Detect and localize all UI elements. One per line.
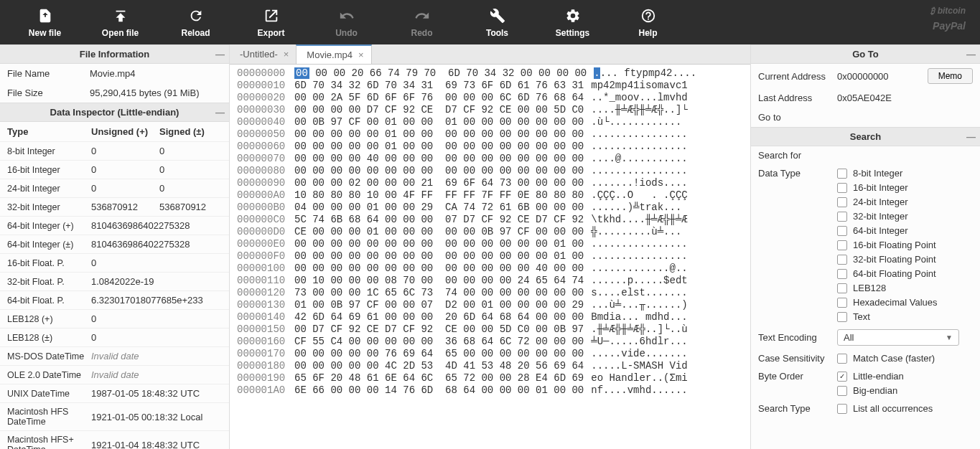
paypal-link[interactable]: PayPal: [933, 20, 966, 32]
hex-row[interactable]: 000000B004 00 00 00 01 00 00 29 CA 74 72…: [230, 202, 750, 214]
left-panel: File Information — File Name Movie.mp4 F…: [0, 44, 230, 449]
hex-row[interactable]: 000001A06E 66 00 00 00 14 76 6D 68 64 00…: [230, 384, 750, 397]
text-encoding-select[interactable]: All ▼: [837, 329, 959, 346]
hex-row[interactable]: 0000014042 6D 64 69 61 00 00 00 20 6D 64…: [230, 311, 750, 323]
collapse-icon[interactable]: —: [215, 49, 225, 60]
data-type-label: Data Type: [758, 168, 837, 179]
close-icon[interactable]: ×: [358, 49, 364, 60]
hex-row[interactable]: 0000010000 00 00 00 00 00 00 00 00 00 00…: [230, 263, 750, 275]
checkbox[interactable]: [837, 255, 847, 265]
goto-label: Go to: [758, 112, 837, 123]
di-row: 64-bit Integer (±)8104636986402275328: [0, 235, 229, 253]
settings-icon: [565, 6, 581, 25]
hex-view[interactable]: 0000000000 00 00 20 66 74 79 70 6D 70 34…: [230, 65, 750, 449]
di-row: 24-bit Integer00: [0, 179, 229, 197]
tab-bar: -Untitled- × Movie.mp4 ×: [230, 44, 750, 65]
bitcoin-link[interactable]: ₿ bitcoin: [930, 6, 966, 16]
current-address-value: 0x00000000: [837, 71, 928, 82]
search-type-item[interactable]: 16-bit Floating Point: [837, 240, 973, 250]
checkbox[interactable]: [837, 298, 847, 308]
collapse-icon[interactable]: —: [966, 131, 976, 142]
search-type-item[interactable]: 64-bit Integer: [837, 225, 973, 236]
tab-untitled[interactable]: -Untitled- ×: [230, 45, 296, 63]
search-type-label: Search Type: [758, 403, 837, 414]
hex-row[interactable]: 0000003000 00 00 00 D7 CF 92 CE D7 CF 92…: [230, 104, 750, 116]
hex-row[interactable]: 000000F000 00 00 00 00 00 00 00 00 00 00…: [230, 250, 750, 263]
checkbox[interactable]: [837, 283, 847, 293]
search-type-item[interactable]: 64-bit Floating Point: [837, 268, 973, 279]
big-endian-checkbox[interactable]: [837, 386, 847, 396]
checkbox[interactable]: [837, 183, 847, 193]
export-button[interactable]: Export: [233, 0, 309, 44]
collapse-icon[interactable]: —: [215, 107, 225, 118]
hex-row[interactable]: 000000C05C 74 6B 68 64 00 00 00 07 D7 CF…: [230, 214, 750, 226]
open-file-button[interactable]: Open file: [83, 0, 158, 44]
help-icon: [640, 6, 656, 25]
hex-row[interactable]: 0000006000 00 00 00 00 01 00 00 00 00 00…: [230, 141, 750, 153]
search-type-item[interactable]: 32-bit Integer: [837, 211, 973, 222]
hex-row[interactable]: 000000E000 00 00 00 00 00 00 00 00 00 00…: [230, 238, 750, 250]
right-panel: Go To — Current Address 0x00000000 Memo …: [750, 44, 980, 449]
file-info-header: File Information —: [0, 44, 229, 64]
text-encoding-label: Text Encoding: [758, 332, 837, 343]
hex-row[interactable]: 000000A010 80 80 80 10 00 4F FF FF FF 7F…: [230, 189, 750, 202]
hex-row[interactable]: 0000017000 00 00 00 00 76 69 64 65 00 00…: [230, 348, 750, 360]
hex-row[interactable]: 0000007000 00 00 00 40 00 00 00 00 00 00…: [230, 153, 750, 165]
match-case-checkbox[interactable]: [837, 354, 847, 364]
checkbox[interactable]: [837, 269, 847, 279]
hex-row[interactable]: 00000160CF 55 C4 00 00 00 00 00 36 68 64…: [230, 336, 750, 348]
search-type-item[interactable]: 24-bit Integer: [837, 197, 973, 207]
current-address-label: Current Address: [758, 71, 837, 82]
search-type-item[interactable]: Hexadecimal Values: [837, 297, 973, 308]
di-row: 64-bit Integer (+)8104636986402275328: [0, 216, 229, 235]
file-size-row: File Size 95,290,415 bytes (91 MiB): [0, 83, 229, 103]
di-row: Macintosh HFS+ DateTime1921-01-04 18:48:…: [0, 430, 229, 449]
checkbox[interactable]: [837, 312, 847, 322]
close-icon[interactable]: ×: [284, 49, 289, 60]
help-button[interactable]: Help: [610, 0, 686, 44]
di-row: 16-bit Integer00: [0, 160, 229, 179]
checkbox[interactable]: [837, 169, 847, 179]
checkbox[interactable]: [837, 240, 847, 250]
hex-row[interactable]: 0000012073 00 00 00 1C 65 6C 73 74 00 00…: [230, 287, 750, 299]
di-row: MS-DOS DateTimeInvalid date: [0, 346, 229, 365]
reload-icon: [188, 6, 204, 25]
search-type-item[interactable]: 8-bit Integer: [837, 168, 973, 179]
di-row: 8-bit Integer00: [0, 141, 229, 160]
hex-row[interactable]: 000000D0CE 00 00 00 01 00 00 00 00 00 0B…: [230, 226, 750, 238]
hex-row[interactable]: 0000000000 00 00 20 66 74 79 70 6D 70 34…: [230, 67, 750, 80]
hex-row[interactable]: 0000002000 00 2A 5F 6D 6F 6F 76 00 00 00…: [230, 92, 750, 104]
search-type-item[interactable]: 16-bit Integer: [837, 182, 973, 193]
redo-button[interactable]: Redo: [384, 0, 459, 44]
memo-button[interactable]: Memo: [928, 68, 973, 84]
hex-row[interactable]: 0000018000 00 00 00 00 4C 2D 53 4D 41 53…: [230, 360, 750, 372]
checkbox[interactable]: [837, 212, 847, 222]
hex-row[interactable]: 0000009000 00 00 02 00 00 00 21 69 6F 64…: [230, 177, 750, 189]
hex-row[interactable]: 0000015000 D7 CF 92 CE D7 CF 92 CE 00 00…: [230, 323, 750, 336]
di-row: 32-bit Integer536870912536870912: [0, 197, 229, 216]
hex-row[interactable]: 0000005000 00 00 00 00 01 00 00 00 00 00…: [230, 128, 750, 141]
hex-row[interactable]: 0000004000 0B 97 CF 00 01 00 00 01 00 00…: [230, 116, 750, 128]
hex-row[interactable]: 0000019065 6F 20 48 61 6E 64 6C 65 72 00…: [230, 372, 750, 384]
settings-button[interactable]: Settings: [535, 0, 610, 44]
checkbox[interactable]: [837, 197, 847, 207]
tools-button[interactable]: Tools: [459, 0, 535, 44]
hex-row[interactable]: 000000106D 70 34 32 6D 70 34 31 69 73 6F…: [230, 80, 750, 92]
donate-links: ₿ bitcoin PayPal: [930, 6, 966, 32]
search-type-item[interactable]: Text: [837, 311, 973, 322]
checkbox[interactable]: [837, 226, 847, 236]
new-file-button[interactable]: New file: [7, 0, 83, 44]
list-all-checkbox[interactable]: [837, 404, 847, 414]
search-type-item[interactable]: LEB128: [837, 283, 973, 293]
data-inspector-header: Data Inspector (Little-endian) —: [0, 103, 229, 122]
redo-icon: [414, 6, 430, 25]
hex-row[interactable]: 0000008000 00 00 00 00 00 00 00 00 00 00…: [230, 165, 750, 177]
search-type-item[interactable]: 32-bit Floating Point: [837, 254, 973, 265]
undo-button[interactable]: Undo: [309, 0, 384, 44]
tab-movie[interactable]: Movie.mp4 ×: [296, 44, 371, 64]
hex-row[interactable]: 0000013001 00 0B 97 CF 00 00 07 D2 00 01…: [230, 299, 750, 311]
hex-row[interactable]: 0000011000 10 00 00 00 08 70 00 00 00 00…: [230, 275, 750, 287]
little-endian-checkbox[interactable]: [837, 372, 847, 382]
reload-button[interactable]: Reload: [158, 0, 233, 44]
collapse-icon[interactable]: —: [966, 49, 976, 60]
